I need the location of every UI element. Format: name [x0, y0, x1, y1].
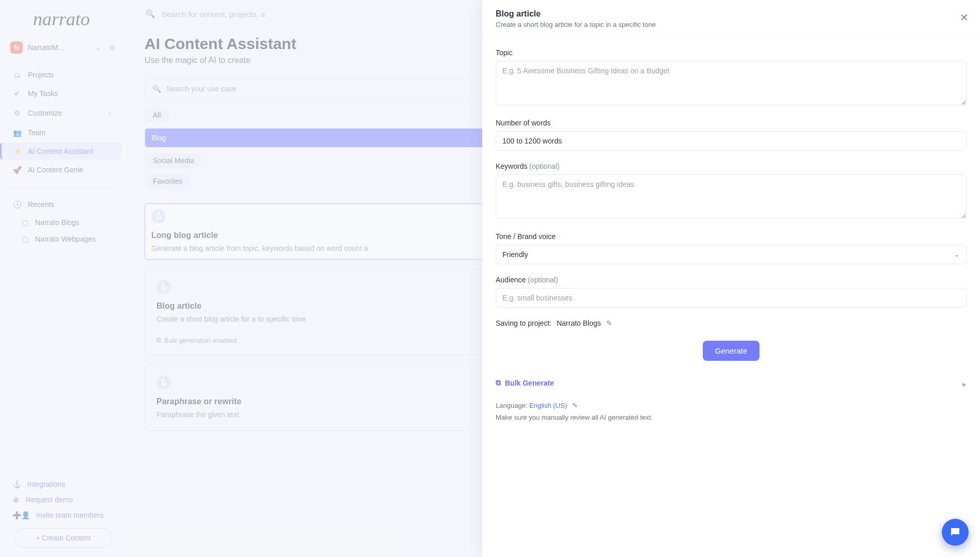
blog-article-panel: Blog article Create a short blog article…	[482, 0, 980, 557]
tone-label: Tone / Brand voice	[496, 232, 967, 241]
save-label: Saving to project:	[496, 319, 551, 327]
words-input[interactable]	[496, 131, 967, 151]
keywords-label: Keywords (optional)	[496, 162, 967, 170]
generate-button[interactable]: Generate	[703, 341, 760, 361]
field-keywords: Keywords (optional)	[496, 162, 967, 221]
close-icon[interactable]: ✕	[960, 12, 969, 23]
chat-icon	[949, 526, 961, 538]
panel-body: Topic Number of words Keywords (optional…	[482, 37, 980, 433]
words-label: Number of words	[496, 119, 967, 127]
chat-fab[interactable]	[942, 519, 969, 546]
language-label: Language:	[496, 402, 527, 409]
field-audience: Audience (optional)	[496, 276, 967, 308]
audience-input[interactable]	[496, 288, 967, 308]
language-row: Language: English (US) ✎	[496, 402, 967, 409]
bulk-generate-label: Bulk Generate	[505, 379, 554, 387]
field-topic: Topic	[496, 49, 967, 107]
expand-triangle-icon[interactable]: ▶	[962, 381, 967, 387]
save-project-name: Narrato Blogs	[557, 319, 601, 327]
copy-icon: ⧉	[496, 378, 501, 387]
topic-input[interactable]	[496, 61, 967, 105]
tone-select[interactable]: Friendly	[496, 245, 967, 264]
save-to-project-row: Saving to project: Narrato Blogs ✎	[496, 319, 967, 327]
field-tone: Tone / Brand voice Friendly ⌄	[496, 232, 967, 264]
bulk-generate-button[interactable]: ⧉ Bulk Generate	[496, 378, 967, 387]
audience-label: Audience (optional)	[496, 276, 967, 284]
field-word-count: Number of words	[496, 119, 967, 151]
panel-header: Blog article Create a short blog article…	[482, 0, 980, 37]
panel-subtitle: Create a short blog article for a topic …	[496, 21, 967, 28]
language-link[interactable]: English (US)	[529, 402, 567, 409]
topic-label: Topic	[496, 49, 967, 57]
panel-title: Blog article	[496, 9, 967, 19]
edit-icon[interactable]: ✎	[572, 402, 578, 409]
edit-icon[interactable]: ✎	[606, 319, 612, 327]
ai-disclaimer: Make sure you manually review all AI gen…	[496, 413, 967, 421]
keywords-input[interactable]	[496, 174, 967, 219]
